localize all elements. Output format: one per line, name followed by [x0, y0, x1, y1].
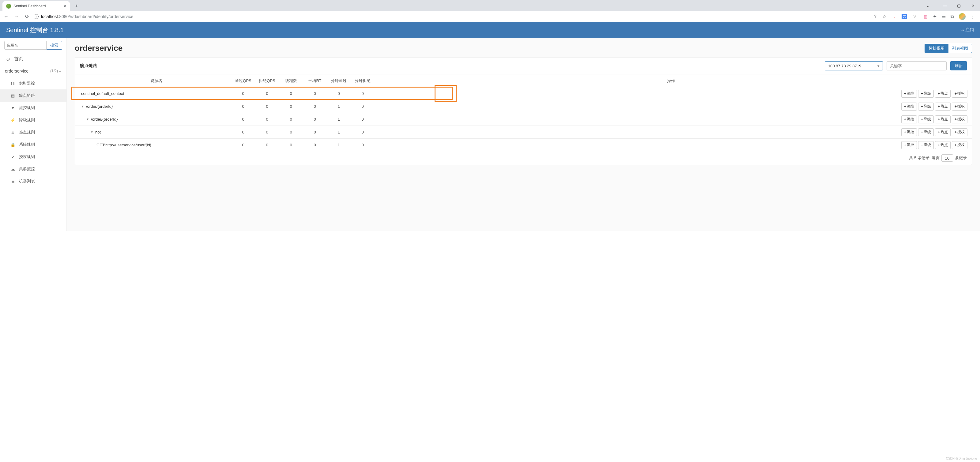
minimize-button[interactable]: — [938, 1, 952, 10]
chart-icon: ⫿⫿ [10, 81, 15, 86]
sidebar-item-chart[interactable]: ⫿⫿实时监控 [0, 77, 67, 89]
tree-view-button[interactable]: 树状视图 [924, 44, 948, 53]
machine-select[interactable]: 100.87.78.29:8719 ▾ [825, 61, 883, 70]
keyword-input[interactable] [886, 61, 947, 70]
star-icon[interactable]: ☆ [882, 14, 886, 19]
profile-avatar[interactable] [959, 13, 966, 20]
auth-button[interactable]: +授权 [952, 116, 967, 123]
close-icon[interactable]: × [64, 4, 66, 9]
list-view-button[interactable]: 列表视图 [948, 44, 972, 53]
flow-button[interactable]: +流控 [901, 90, 917, 98]
hot-button[interactable]: +热点 [935, 116, 951, 123]
cell-reject: 0 [255, 130, 279, 134]
kebab-menu-icon[interactable]: ⋮ [970, 14, 975, 19]
auth-button[interactable]: +授权 [952, 141, 967, 149]
sidebar-item-cloud[interactable]: ☁集群流控 [0, 163, 67, 175]
share-icon[interactable]: ⇪ [873, 14, 877, 19]
reading-list-icon[interactable]: ☰ [942, 14, 946, 19]
logout-icon: ↪ [960, 27, 964, 32]
cell-ops: +流控+降级+热点+授权 [375, 141, 972, 149]
tab-overview-icon[interactable]: ⧉ [951, 14, 954, 19]
flow-button[interactable]: +流控 [901, 141, 917, 149]
site-info-icon[interactable]: i [34, 14, 38, 19]
hot-button[interactable]: +热点 [935, 128, 951, 136]
auth-button[interactable]: +授权 [952, 103, 967, 111]
app-header: Sentinel 控制台 1.8.1 ↪ 注销 [0, 22, 980, 38]
cell-reject: 0 [255, 143, 279, 147]
caret-down-icon[interactable]: ▼ [81, 105, 84, 108]
panel-title: 簇点链路 [80, 63, 821, 68]
auth-button[interactable]: +授权 [952, 90, 967, 98]
cell-min-pass: 1 [327, 143, 351, 147]
col-min-reject: 分钟拒绝 [351, 78, 375, 84]
new-tab-button[interactable]: + [72, 2, 81, 10]
sidebar-item-check[interactable]: ✔授权规则 [0, 151, 67, 163]
page-size-input[interactable] [942, 154, 953, 162]
sidebar-app-group[interactable]: orderservice (1/2)⌄ [0, 65, 67, 77]
auth-button[interactable]: +授权 [952, 128, 967, 136]
resource-table: 资源名 通过QPS 拒绝QPS 线程数 平均RT 分钟通过 分钟拒绝 操作 se… [75, 74, 972, 151]
sidebar-item-lock[interactable]: 🔒系统规则 [0, 138, 67, 151]
refresh-button[interactable]: 刷新 [950, 61, 967, 70]
translate-icon[interactable]: 文 [902, 14, 907, 19]
cell-pass: 0 [231, 104, 255, 109]
sidebar-home[interactable]: ◷ 首页 [0, 52, 67, 65]
maximize-button[interactable]: ▢ [952, 1, 966, 10]
caret-down-icon[interactable]: ▼ [90, 130, 94, 134]
cell-pass: 0 [231, 130, 255, 134]
logout-link[interactable]: ↪ 注销 [960, 27, 974, 33]
degrade-button[interactable]: +降级 [918, 103, 934, 111]
cell-rt: 0 [303, 104, 327, 109]
degrade-button[interactable]: +降级 [918, 141, 934, 149]
degrade-button[interactable]: +降级 [918, 128, 934, 136]
app-search-input[interactable] [4, 41, 46, 49]
table-row: ▼hot000010+流控+降级+热点+授权 [75, 125, 972, 138]
hot-button[interactable]: +热点 [935, 103, 951, 111]
table-row: ▼/order/{orderId}000010+流控+降级+热点+授权 [75, 100, 972, 113]
flow-button[interactable]: +流控 [901, 128, 917, 136]
sidebar-item-bars[interactable]: ≣机器列表 [0, 175, 67, 187]
app-search-button[interactable]: 搜索 [46, 41, 62, 49]
cell-min-pass: 1 [327, 104, 351, 109]
cell-min-reject: 0 [351, 91, 375, 96]
table-row: ▼/order/{orderId}000010+流控+降级+热点+授权 [75, 113, 972, 125]
cell-ops: +流控+降级+热点+授权 [375, 103, 972, 111]
view-toggle: 树状视图 列表视图 [924, 44, 972, 53]
flow-button[interactable]: +流控 [901, 116, 917, 123]
close-window-button[interactable]: ✕ [966, 1, 980, 10]
plus-icon: + [955, 117, 957, 122]
extension-pink-icon[interactable]: ▦ [923, 14, 928, 19]
hot-button[interactable]: +热点 [935, 90, 951, 98]
extension-icon[interactable]: ⛬ [891, 14, 897, 19]
plus-icon: + [904, 117, 906, 122]
degrade-button[interactable]: +降级 [918, 90, 934, 98]
cell-pass: 0 [231, 143, 255, 147]
cell-resource: ▼/order/{orderId} [75, 117, 231, 122]
hot-button[interactable]: +热点 [935, 141, 951, 149]
resource-panel: 簇点链路 100.87.78.29:8719 ▾ 刷新 资源名 通过QPS 拒绝… [75, 57, 972, 165]
cell-reject: 0 [255, 117, 279, 122]
toolbar-icons: ⇪ ☆ ⛬ 文 V ▦ ✦ ☰ ⧉ ⋮ [873, 13, 978, 20]
degrade-button[interactable]: +降级 [918, 116, 934, 123]
reload-button[interactable]: ⟳ [23, 13, 30, 20]
cell-resource: sentinel_default_context [75, 91, 231, 96]
plus-icon: + [938, 130, 940, 134]
cell-reject: 0 [255, 104, 279, 109]
back-button[interactable]: ← [2, 13, 10, 20]
sidebar-item-filter[interactable]: ▼流控规则 [0, 102, 67, 114]
cell-min-reject: 0 [351, 143, 375, 147]
forward-button[interactable]: → [13, 13, 20, 20]
flow-button[interactable]: +流控 [901, 103, 917, 111]
sidebar-item-bolt[interactable]: ⚡降级规则 [0, 114, 67, 126]
chevron-down-icon[interactable]: ⌄ [921, 1, 935, 10]
plus-icon: + [904, 105, 906, 109]
address-bar[interactable]: i localhost:8080/#/dashboard/identity/or… [34, 14, 870, 19]
caret-down-icon[interactable]: ▼ [86, 117, 89, 121]
browser-tab[interactable]: Sentinel Dashboard × [2, 1, 70, 11]
cell-rt: 0 [303, 117, 327, 122]
extensions-icon[interactable]: ✦ [933, 14, 937, 19]
sidebar-item-list[interactable]: ▤簇点链路 [0, 89, 67, 102]
extension-v-icon[interactable]: V [912, 14, 918, 19]
app-title: Sentinel 控制台 1.8.1 [6, 26, 64, 34]
sidebar-item-fire[interactable]: ♨热点规则 [0, 126, 67, 138]
